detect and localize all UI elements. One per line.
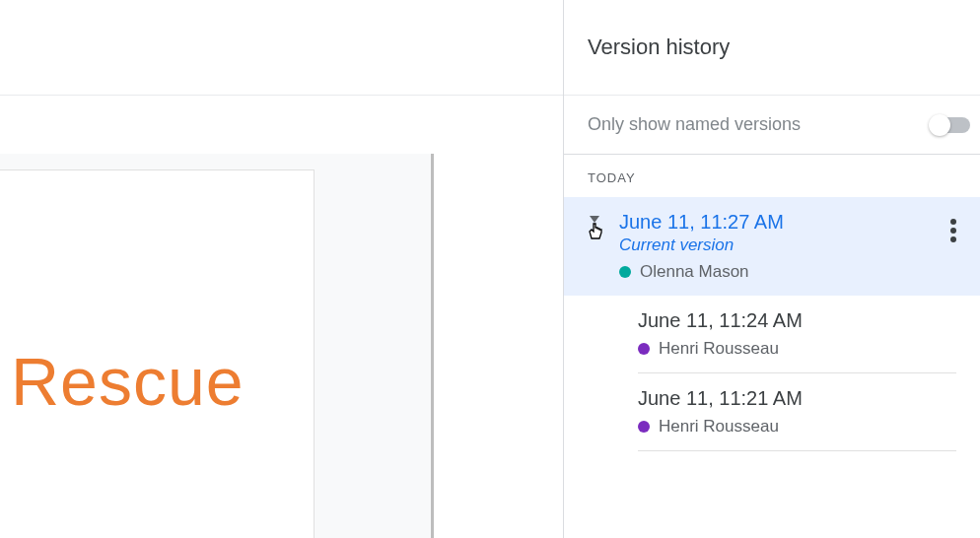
document-page: Rescue bbox=[0, 169, 315, 538]
top-bar bbox=[0, 0, 563, 96]
sidebar-title: Version history bbox=[588, 34, 730, 60]
sub-versions-list: June 11, 11:24 AM Henri Rousseau June 11… bbox=[564, 296, 980, 450]
version-author: Olenna Mason bbox=[619, 262, 956, 282]
version-timestamp: June 11, 11:27 AM bbox=[619, 211, 956, 234]
document-title-text: Rescue bbox=[11, 343, 245, 420]
version-timestamp: June 11, 11:21 AM bbox=[638, 387, 956, 410]
version-author: Henri Rousseau bbox=[638, 339, 956, 359]
author-color-dot bbox=[619, 266, 631, 278]
sidebar-header: Version history bbox=[564, 0, 980, 96]
author-color-dot bbox=[638, 421, 650, 433]
author-name: Henri Rousseau bbox=[659, 339, 779, 359]
named-versions-label: Only show named versions bbox=[588, 114, 931, 135]
author-name: Olenna Mason bbox=[640, 262, 749, 282]
expand-arrow-icon[interactable] bbox=[590, 216, 599, 223]
author-name: Henri Rousseau bbox=[659, 417, 779, 437]
version-item[interactable]: June 11, 11:24 AM Henri Rousseau bbox=[638, 296, 956, 373]
version-current-label: Current version bbox=[619, 235, 956, 255]
named-versions-toggle[interactable] bbox=[931, 117, 970, 133]
version-list: TODAY June 11, 11:27 AM Current version … bbox=[564, 155, 980, 538]
author-color-dot bbox=[638, 343, 650, 355]
more-options-icon[interactable] bbox=[946, 215, 960, 246]
version-author: Henri Rousseau bbox=[638, 417, 956, 437]
version-item-current[interactable]: June 11, 11:27 AM Current version Olenna… bbox=[564, 197, 980, 296]
document-preview-area: Rescue bbox=[0, 0, 564, 538]
version-history-sidebar: Version history Only show named versions… bbox=[564, 0, 980, 538]
date-group-label: TODAY bbox=[564, 155, 980, 197]
separator bbox=[638, 450, 956, 451]
document-container: Rescue bbox=[0, 154, 434, 538]
version-timestamp: June 11, 11:24 AM bbox=[638, 309, 956, 332]
version-item[interactable]: June 11, 11:21 AM Henri Rousseau bbox=[638, 373, 956, 450]
named-versions-toggle-row[interactable]: Only show named versions bbox=[564, 96, 980, 155]
